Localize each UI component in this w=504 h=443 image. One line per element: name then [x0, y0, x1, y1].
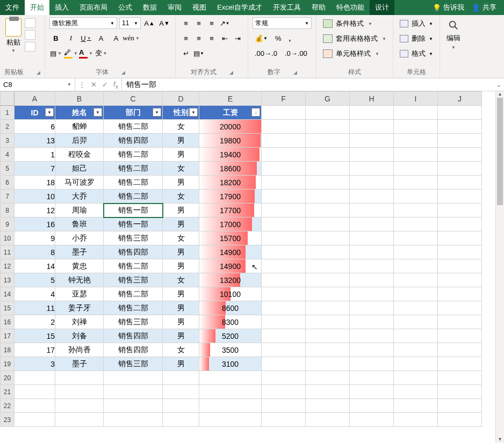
cell-B2[interactable]: 貂蝉: [55, 120, 104, 134]
cell-C14[interactable]: 销售二部: [104, 287, 163, 301]
share-button[interactable]: 👤 共享: [472, 3, 496, 12]
cell-C19[interactable]: 销售三部: [104, 357, 163, 371]
cell-A6[interactable]: 18: [15, 176, 55, 190]
cell-B4[interactable]: 程咬金: [55, 148, 104, 162]
search-icon[interactable]: [448, 19, 459, 31]
vertical-scrollbar[interactable]: ▲ ▼: [495, 91, 504, 443]
row-head-12[interactable]: 12: [1, 259, 15, 273]
scroll-thumb[interactable]: [497, 98, 503, 205]
col-head-E[interactable]: E: [199, 92, 262, 106]
cell-D13[interactable]: 女: [163, 273, 199, 287]
row-head-6[interactable]: 6: [1, 176, 15, 190]
row-head-17[interactable]: 17: [1, 329, 15, 343]
copy-button[interactable]: [25, 30, 35, 40]
cell-A10[interactable]: 9: [15, 231, 55, 245]
filter-icon[interactable]: ▼: [93, 108, 102, 117]
cell-E18[interactable]: 3500: [199, 343, 262, 357]
comma-button[interactable]: ,: [286, 32, 293, 44]
font-big-a-button[interactable]: A: [95, 32, 107, 44]
align-launcher[interactable]: ◢: [229, 70, 233, 75]
cell-C17[interactable]: 销售四部: [104, 329, 163, 343]
row-head-14[interactable]: 14: [1, 287, 15, 301]
col-head-I[interactable]: I: [394, 92, 438, 106]
cell-A3[interactable]: 13: [15, 134, 55, 148]
cell-E19[interactable]: 3100: [199, 357, 262, 371]
cell-C11[interactable]: 销售四部: [104, 245, 163, 259]
table-header-id[interactable]: ID▼: [15, 106, 55, 120]
cell-D5[interactable]: 女: [163, 162, 199, 176]
row-head-7[interactable]: 7: [1, 190, 15, 204]
cell-A18[interactable]: 17: [15, 343, 55, 357]
cell-A11[interactable]: 8: [15, 245, 55, 259]
delete-cells-button[interactable]: 删除 ▼: [398, 32, 435, 45]
tab-4[interactable]: 公式: [113, 0, 138, 15]
cell-A12[interactable]: 14: [15, 259, 55, 273]
cell-C10[interactable]: 销售三部: [104, 231, 163, 245]
filter-icon[interactable]: ▼: [189, 108, 198, 117]
cell-E16[interactable]: 8300: [199, 315, 262, 329]
font-color-button[interactable]: A▼: [80, 47, 92, 59]
tab-8[interactable]: Excel自学成才: [212, 0, 268, 15]
cell-A8[interactable]: 12: [15, 204, 55, 217]
row-head-15[interactable]: 15: [1, 301, 15, 315]
cell-D8[interactable]: 男: [163, 204, 199, 217]
row-head-20[interactable]: 20: [1, 371, 15, 385]
row-head-22[interactable]: 22: [1, 399, 15, 413]
cell-B19[interactable]: 墨子: [55, 357, 104, 371]
font-size-select[interactable]: 11▼: [119, 17, 141, 29]
conditional-format-button[interactable]: 条件格式▼: [321, 17, 375, 30]
cell-B5[interactable]: 妲己: [55, 162, 104, 176]
cell-C13[interactable]: 销售三部: [104, 273, 163, 287]
cell-E2[interactable]: 20000: [199, 120, 262, 134]
cell-D7[interactable]: 女: [163, 190, 199, 204]
cell-A7[interactable]: 10: [15, 190, 55, 204]
number-launcher[interactable]: ◢: [293, 70, 297, 75]
percent-button[interactable]: %: [273, 32, 284, 44]
cell-B18[interactable]: 孙尚香: [55, 343, 104, 357]
filter-icon[interactable]: ▼: [153, 108, 161, 117]
cell-C9[interactable]: 销售一部: [104, 217, 163, 231]
cell-E14[interactable]: 10100: [199, 287, 262, 301]
row-head-5[interactable]: 5: [1, 162, 15, 176]
row-head-10[interactable]: 10: [1, 231, 15, 245]
tab-5[interactable]: 数据: [138, 0, 162, 15]
cell-B11[interactable]: 墨子: [55, 245, 104, 259]
col-head-D[interactable]: D: [163, 92, 199, 106]
shrink-font-button[interactable]: A▼: [158, 17, 171, 29]
col-head-J[interactable]: J: [438, 92, 482, 106]
tab-7[interactable]: 视图: [187, 0, 212, 15]
cell-C5[interactable]: 销售二部: [104, 162, 163, 176]
cell-B13[interactable]: 钟无艳: [55, 273, 104, 287]
tab-12[interactable]: 设计: [370, 0, 394, 15]
tell-me-button[interactable]: 💡 告诉我: [433, 3, 464, 12]
cell-A19[interactable]: 3: [15, 357, 55, 371]
cancel-button[interactable]: ✕: [91, 81, 97, 89]
expand-formula-bar[interactable]: ⌄: [493, 78, 504, 91]
table-header-dept[interactable]: 部门▼: [104, 106, 163, 120]
format-as-table-button[interactable]: 套用表格格式▼: [321, 32, 388, 45]
cell-E11[interactable]: 14900: [199, 245, 262, 259]
cell-D10[interactable]: 女: [163, 231, 199, 245]
tab-9[interactable]: 开发工具: [268, 0, 306, 15]
cell-C18[interactable]: 销售四部: [104, 343, 163, 357]
cell-D15[interactable]: 男: [163, 301, 199, 315]
cell-D9[interactable]: 男: [163, 217, 199, 231]
cell-B3[interactable]: 后羿: [55, 134, 104, 148]
indent-dec-button[interactable]: ⇤: [219, 32, 231, 44]
tab-2[interactable]: 插入: [49, 0, 74, 15]
cell-D18[interactable]: 女: [163, 343, 199, 357]
cell-A9[interactable]: 16: [15, 217, 55, 231]
align-left-button[interactable]: ≡: [180, 32, 192, 44]
row-head-19[interactable]: 19: [1, 357, 15, 371]
fill-color-button[interactable]: 🖉▼: [64, 47, 77, 59]
row-head-13[interactable]: 13: [1, 273, 15, 287]
row-head-11[interactable]: 11: [1, 245, 15, 259]
cell-A5[interactable]: 7: [15, 162, 55, 176]
cell-A13[interactable]: 5: [15, 273, 55, 287]
filter-icon[interactable]: ↓: [251, 108, 260, 117]
cell-D19[interactable]: 男: [163, 357, 199, 371]
cell-D14[interactable]: 男: [163, 287, 199, 301]
align-bottom-button[interactable]: ≡: [206, 17, 218, 29]
table-header-salary[interactable]: 工资↓: [199, 106, 262, 120]
cell-E6[interactable]: 18200: [199, 176, 262, 190]
